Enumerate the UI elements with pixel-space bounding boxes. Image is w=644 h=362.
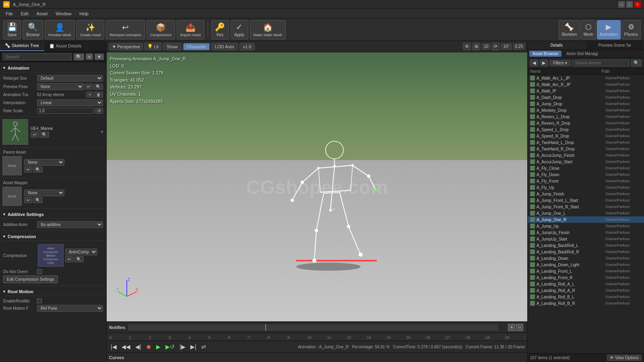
asset-list-item[interactable]: A_Landing_Roll_B_R /Game/Parkour	[528, 300, 644, 306]
rate-scale-input[interactable]	[37, 108, 94, 114]
export-button[interactable]: 📤 Export Asset	[177, 20, 204, 39]
compression-button[interactable]: 📦 Compression	[147, 20, 175, 39]
section-animation[interactable]: ▼ Animation	[2, 64, 105, 72]
parent-asset-browse[interactable]: 🔍	[33, 167, 43, 173]
apply-button[interactable]: ✓ Apply	[231, 20, 248, 39]
menu-asset[interactable]: Asset	[33, 10, 52, 17]
asset-list-item[interactable]: A_Jump_Front_R_Start /Game/Parkour	[528, 204, 644, 210]
compression-reset[interactable]: ↩	[65, 256, 73, 262]
tab-asset-details[interactable]: 📋 Asset Details	[44, 41, 87, 51]
asset-list-item[interactable]: A_JumpUp_Finish /Game/Parkour	[528, 229, 644, 236]
edit-compression-button[interactable]: Edit Compression Settings	[3, 276, 58, 283]
preview-pose-browse[interactable]: 🔍	[93, 84, 103, 90]
asset-list-item[interactable]: A_Walk_IP /Game/Parkour	[528, 88, 644, 94]
asset-list-item[interactable]: A_Speed_R_Drop /Game/Parkour	[528, 133, 644, 139]
rate-scale-reset[interactable]: ↺	[95, 108, 103, 114]
asset-list-item[interactable]: A_Jump_Drop /Game/Parkour	[528, 101, 644, 107]
asset-list-item[interactable]: A_Revers_R_Drop /Game/Parkour	[528, 120, 644, 126]
pb-end-btn[interactable]: ▶|	[189, 343, 198, 351]
menu-help[interactable]: Help	[75, 10, 93, 17]
lit-dropdown[interactable]: 💡 Lit	[144, 43, 161, 50]
maximize-button[interactable]: □	[626, 1, 633, 8]
vp-angle-btn[interactable]: ⟳	[492, 43, 500, 50]
asset-list-item[interactable]: A_Fly_Close /Game/Parkour	[528, 165, 644, 171]
enable-root-motion-checkbox[interactable]	[37, 298, 42, 303]
parent-asset-select[interactable]: None	[24, 159, 64, 166]
asset-list-item[interactable]: A_Fly_Front /Game/Parkour	[528, 178, 644, 184]
do-not-override-checkbox[interactable]	[37, 269, 42, 274]
mesh-mode-button[interactable]: ⬡ Mesh	[581, 20, 596, 39]
animation-mode-button[interactable]: ▶ Animation	[597, 20, 620, 39]
asset-list-item[interactable]: A_Fly_Down /Game/Parkour	[528, 171, 644, 178]
pb-toggle-btn[interactable]: ⇄	[200, 343, 208, 351]
physics-mode-button[interactable]: ⚙ Physics	[621, 20, 641, 39]
show-button[interactable]: Show	[163, 43, 182, 50]
view-options-button[interactable]: 👁 View Options	[607, 355, 642, 361]
asset-list-item[interactable]: A_Jump_One_L /Game/Parkour	[528, 210, 644, 216]
asset-list-item[interactable]: A_Jump_Front_L_Start /Game/Parkour	[528, 197, 644, 204]
asset-list-item[interactable]: A_Jump_Finish /Game/Parkour	[528, 191, 644, 197]
tab-preview-scene[interactable]: Preview Scene Se	[586, 41, 644, 49]
asset-list-item[interactable]: A_Revers_L_Drop /Game/Parkour	[528, 113, 644, 120]
filters-button[interactable]: Filters ▾	[549, 60, 571, 66]
create-asset-button[interactable]: ✨ Create Asset	[76, 20, 105, 39]
save-button[interactable]: 💾 Save	[3, 20, 21, 39]
asset-mapping-browse[interactable]: 🔍	[33, 197, 43, 203]
vp-grid-btn[interactable]: ⊞	[473, 43, 480, 50]
asset-list-item[interactable]: A_Landing_BackRoll_L /Game/Parkour	[528, 242, 644, 249]
preview-pose-select[interactable]: None	[37, 83, 84, 90]
filter-button[interactable]: ▼	[95, 53, 104, 60]
asset-list-item[interactable]: A_Landing_Down_Light /Game/Parkour	[528, 261, 644, 268]
skeleton-reset[interactable]: ↩	[31, 132, 39, 138]
pb-play-btn[interactable]: ▶	[155, 343, 162, 351]
interpolation-select[interactable]: Linear	[37, 99, 103, 106]
asset-list-item[interactable]: A_JumpUp_Start /Game/Parkour	[528, 236, 644, 242]
lod-button[interactable]: LOD Auto	[211, 43, 238, 50]
viewport-canvas[interactable]: Previewing Animation A_Jump_One_R LOD: 0…	[107, 52, 527, 321]
minimize-button[interactable]: ─	[618, 1, 625, 8]
asset-browser-back[interactable]: ◀	[530, 60, 538, 66]
vp-settings-btn[interactable]: ⚙	[463, 43, 471, 50]
asset-mapping-reset[interactable]: ↩	[24, 197, 32, 203]
key-button[interactable]: 🔑 Key	[211, 20, 229, 39]
search-input[interactable]	[2, 53, 72, 60]
asset-list-item[interactable]: A_AccurJump_Finish /Game/Parkour	[528, 152, 644, 158]
anim-tracks-add[interactable]: +	[86, 92, 93, 98]
search-button[interactable]: 🔍	[74, 53, 84, 60]
pb-record-btn[interactable]: ⏺	[144, 343, 153, 351]
asset-browser-forward[interactable]: ▶	[540, 60, 548, 66]
menu-edit[interactable]: Edit	[17, 10, 33, 17]
asset-list-item[interactable]: A_Walk_Arc_R_JP /Game/Parkour	[528, 81, 644, 88]
preview-mesh-button[interactable]: 👤 Preview Mesh	[45, 20, 75, 39]
additive-anim-select[interactable]: No additive	[37, 221, 103, 228]
asset-list-item[interactable]: A_Landing_Down /Game/Parkour	[528, 255, 644, 261]
anim-tracks-remove[interactable]: 🗑	[94, 92, 103, 98]
subtab-asset-browser[interactable]: Asset Browser	[529, 51, 561, 57]
section-additive[interactable]: ▼ Additive Settings	[2, 210, 105, 219]
pb-play-loop-btn[interactable]: ▶↺	[164, 343, 176, 351]
parent-asset-reset[interactable]: ↩	[24, 167, 32, 173]
asset-list-item[interactable]: A_Landing_BackRoll_R /Game/Parkour	[528, 249, 644, 255]
compression-browse[interactable]: 🔍	[74, 256, 84, 262]
close-button[interactable]: ✕	[634, 1, 641, 8]
asset-search-input[interactable]	[572, 60, 630, 66]
asset-list-item[interactable]: A_Jump_One_R /Game/Parkour	[528, 216, 644, 223]
skeleton-mode-button[interactable]: 🦴 Skeleton	[559, 20, 580, 39]
asset-list-item[interactable]: A_Monkey_Drop /Game/Parkour	[528, 107, 644, 113]
scale-button[interactable]: x1.0	[239, 43, 255, 50]
static-mesh-button[interactable]: 🏠 Make Static Mesh	[250, 20, 286, 39]
pb-prev-btn[interactable]: ◀◀	[120, 343, 132, 351]
pb-step-fwd-btn[interactable]: |▶	[178, 343, 187, 351]
character-button[interactable]: Character	[183, 43, 210, 50]
asset-list-item[interactable]: A_Fly_Up /Game/Parkour	[528, 184, 644, 191]
perspective-dropdown[interactable]: ▼ Perspective	[109, 43, 143, 50]
list-view-button[interactable]: ≡	[86, 53, 93, 60]
retarget-source-select[interactable]: Default	[37, 75, 103, 82]
tab-details[interactable]: Details	[528, 41, 586, 49]
asset-list-item[interactable]: A_Speed_L_Drop /Game/Parkour	[528, 126, 644, 133]
asset-list-item[interactable]: A_TwoHand_L_Drop /Game/Parkour	[528, 139, 644, 146]
menu-file[interactable]: File	[2, 10, 17, 17]
reimport-button[interactable]: ↩ Reimport Animation	[106, 20, 145, 39]
subtab-anim-slot[interactable]: Anim Slot Managi	[563, 51, 601, 57]
preview-pose-reset[interactable]: ↩	[85, 84, 93, 90]
